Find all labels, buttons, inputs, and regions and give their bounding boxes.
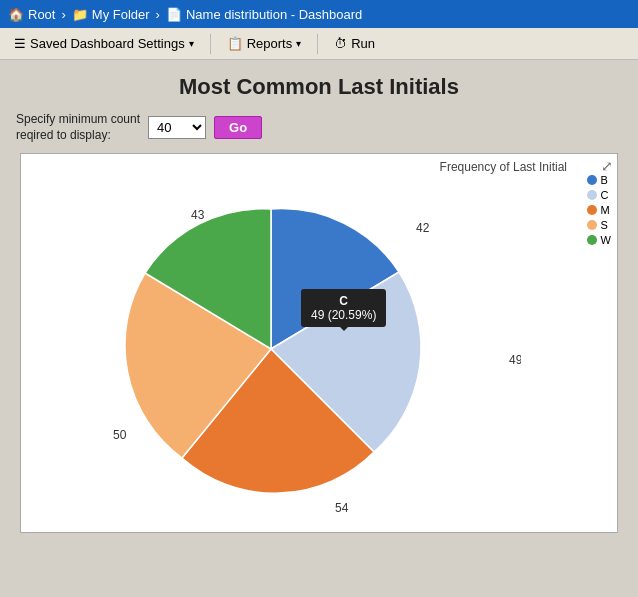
- breadcrumb-folder[interactable]: My Folder: [92, 7, 150, 22]
- toolbar: ☰ Saved Dashboard Settings ▾ 📋 Reports ▾…: [0, 28, 638, 60]
- label-S: 50: [113, 428, 127, 442]
- legend-dot-C: [587, 190, 597, 200]
- reports-arrow: ▾: [296, 38, 301, 49]
- run-icon: ⏱: [334, 36, 347, 51]
- control-label-line1: Specify minimum count: [16, 112, 140, 126]
- main-content: Most Common Last Initials Specify minimu…: [0, 60, 638, 543]
- saved-settings-arrow: ▾: [189, 38, 194, 49]
- chart-container: Frequency of Last Initial ⤢ 42 49 54: [20, 153, 618, 533]
- grid-icon: ☰: [14, 36, 26, 51]
- legend-item-W: W: [587, 234, 611, 246]
- legend-item-C: C: [587, 189, 611, 201]
- legend-item-B: B: [587, 174, 611, 186]
- saved-settings-label: Saved Dashboard Settings: [30, 36, 185, 51]
- legend-item-M: M: [587, 204, 611, 216]
- chart-legend: B C M S W: [587, 174, 611, 246]
- label-W: 43: [191, 208, 205, 222]
- legend-dot-S: [587, 220, 597, 230]
- legend-label-S: S: [601, 219, 608, 231]
- breadcrumb-root[interactable]: Root: [28, 7, 55, 22]
- run-label: Run: [351, 36, 375, 51]
- pie-chart: 42 49 54 50 43: [41, 164, 521, 524]
- toolbar-sep-2: [317, 34, 318, 54]
- reports-icon: 📋: [227, 36, 243, 51]
- label-M: 54: [335, 501, 349, 515]
- breadcrumb-page[interactable]: Name distribution - Dashboard: [186, 7, 362, 22]
- saved-dashboard-settings-button[interactable]: ☰ Saved Dashboard Settings ▾: [8, 34, 200, 53]
- breadcrumb-folder-icon: 📁: [72, 7, 88, 22]
- legend-dot-W: [587, 235, 597, 245]
- breadcrumb-sep-2: ›: [156, 7, 160, 22]
- label-B: 42: [416, 221, 430, 235]
- breadcrumb-bar: 🏠 Root › 📁 My Folder › 📄 Name distributi…: [0, 0, 638, 28]
- label-C: 49: [509, 353, 521, 367]
- go-button[interactable]: Go: [214, 116, 262, 139]
- legend-label-C: C: [601, 189, 609, 201]
- legend-item-S: S: [587, 219, 611, 231]
- legend-dot-B: [587, 175, 597, 185]
- control-label-line2: reqired to display:: [16, 128, 111, 142]
- toolbar-sep-1: [210, 34, 211, 54]
- run-button[interactable]: ⏱ Run: [328, 34, 381, 53]
- legend-label-W: W: [601, 234, 611, 246]
- reports-label: Reports: [247, 36, 293, 51]
- control-label: Specify minimum count reqired to display…: [16, 112, 140, 143]
- page-title: Most Common Last Initials: [16, 74, 622, 100]
- reports-button[interactable]: 📋 Reports ▾: [221, 34, 308, 53]
- legend-label-M: M: [601, 204, 610, 216]
- breadcrumb-root-icon: 🏠: [8, 7, 24, 22]
- legend-dot-M: [587, 205, 597, 215]
- control-row: Specify minimum count reqired to display…: [16, 112, 622, 143]
- breadcrumb-sep-1: ›: [61, 7, 65, 22]
- legend-label-B: B: [601, 174, 608, 186]
- count-select[interactable]: 40 50 60: [148, 116, 206, 139]
- expand-icon[interactable]: ⤢: [601, 158, 613, 174]
- breadcrumb-page-icon: 📄: [166, 7, 182, 22]
